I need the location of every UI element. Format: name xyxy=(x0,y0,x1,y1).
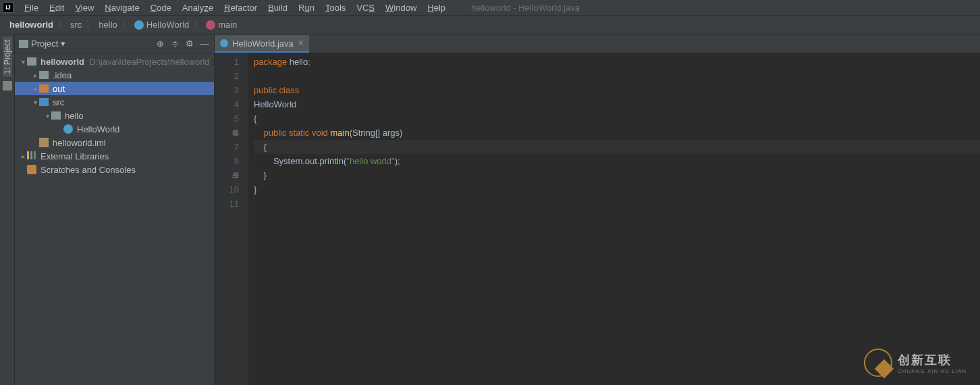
window-title: helloworld - HelloWorld.java xyxy=(471,3,580,13)
tree-iml[interactable]: helloworld.iml xyxy=(15,136,214,149)
folder-icon xyxy=(51,111,61,120)
tree-idea[interactable]: ▸.idea xyxy=(15,68,214,82)
tree-hello[interactable]: ▾hello xyxy=(15,109,214,122)
tab-label: HelloWorld.java xyxy=(232,38,294,49)
project-panel-title[interactable]: Project ▾ xyxy=(19,38,151,49)
crumb-project[interactable]: helloworld xyxy=(7,20,56,30)
project-tool-button[interactable]: 1: Project xyxy=(3,37,12,77)
class-icon xyxy=(63,124,73,134)
fold-icon[interactable]: ⊟ xyxy=(232,126,238,140)
editor-tabs: HelloWorld.java × xyxy=(215,34,980,53)
class-icon xyxy=(134,20,144,30)
menu-tools[interactable]: Tools xyxy=(320,1,351,15)
iml-file-icon xyxy=(39,138,49,147)
crumb-src[interactable]: src xyxy=(67,20,84,30)
menu-view[interactable]: View xyxy=(70,1,99,15)
folder-icon xyxy=(19,40,28,48)
menu-help[interactable]: Help xyxy=(422,1,451,15)
chevron-right-icon: 〉 xyxy=(86,19,94,31)
project-tree[interactable]: ▾helloworld D:\java\IdeaProjects\hellowo… xyxy=(15,53,214,385)
tree-ext-libs[interactable]: ▸External Libraries xyxy=(15,149,214,163)
scroll-from-source-icon[interactable]: ⊕ xyxy=(155,38,165,49)
menu-code[interactable]: Code xyxy=(145,1,177,15)
chevron-right-icon: 〉 xyxy=(193,19,202,31)
app-icon: IJ xyxy=(3,2,13,13)
left-toolbar: 1: Project xyxy=(0,34,15,385)
structure-icon[interactable] xyxy=(3,81,12,91)
fold-icon[interactable]: ⊟ xyxy=(232,168,238,182)
menu-run[interactable]: Run xyxy=(293,1,320,15)
menu-refactor[interactable]: Refactor xyxy=(219,1,263,15)
breadcrumb: helloworld 〉 src 〉 hello 〉 HelloWorld 〉 … xyxy=(0,16,980,34)
crumb-method[interactable]: main xyxy=(203,20,240,30)
code-content[interactable]: package hello; public class HelloWorld {… xyxy=(248,53,980,385)
folder-icon xyxy=(39,84,49,93)
menu-analyze[interactable]: Analyze xyxy=(177,1,219,15)
crumb-hello[interactable]: hello xyxy=(96,20,119,30)
folder-icon xyxy=(39,98,49,106)
menu-vcs[interactable]: VCS xyxy=(351,1,380,15)
tree-scratches[interactable]: Scratches and Consoles xyxy=(15,163,214,176)
scratch-icon xyxy=(27,165,36,174)
tree-root[interactable]: ▾helloworld D:\java\IdeaProjects\hellowo… xyxy=(15,55,214,68)
gear-icon[interactable]: ⚙ xyxy=(184,38,195,49)
chevron-right-icon: 〉 xyxy=(57,19,66,31)
crumb-class[interactable]: HelloWorld xyxy=(132,20,192,30)
gutter: 12345 6⊟ 78 9⊟ 1011 xyxy=(215,53,248,385)
watermark-icon xyxy=(864,349,892,377)
menu-bar: IJ File Edit View Navigate Code Analyze … xyxy=(0,0,980,16)
method-icon xyxy=(206,20,215,30)
menu-window[interactable]: Window xyxy=(380,1,422,15)
code-editor[interactable]: 12345 6⊟ 78 9⊟ 1011 package hello; publi… xyxy=(215,53,980,385)
class-icon xyxy=(220,39,228,47)
menu-edit[interactable]: Edit xyxy=(44,1,70,15)
menu-navigate[interactable]: Navigate xyxy=(99,1,144,15)
watermark-logo: 创新互联 CHUANG XIN HU LIAN xyxy=(864,349,967,377)
collapse-all-icon[interactable]: ≑ xyxy=(169,38,180,49)
folder-icon xyxy=(27,57,36,66)
menu-build[interactable]: Build xyxy=(263,1,293,15)
library-icon xyxy=(27,151,36,161)
menu-file[interactable]: File xyxy=(19,1,44,15)
folder-icon xyxy=(39,71,49,79)
tab-helloworld[interactable]: HelloWorld.java × xyxy=(215,35,309,53)
chevron-right-icon: 〉 xyxy=(121,19,130,31)
project-panel: Project ▾ ⊕ ≑ ⚙ — ▾helloworld D:\java\Id… xyxy=(15,34,215,385)
editor-area: HelloWorld.java × 12345 6⊟ 78 9⊟ 1011 pa… xyxy=(215,34,980,385)
tree-out[interactable]: ▸out xyxy=(15,82,214,95)
project-panel-header: Project ▾ ⊕ ≑ ⚙ — xyxy=(15,34,214,53)
close-tab-icon[interactable]: × xyxy=(298,38,304,49)
tree-helloworld-class[interactable]: HelloWorld xyxy=(15,122,214,136)
tree-src[interactable]: ▾src xyxy=(15,95,214,109)
hide-panel-icon[interactable]: — xyxy=(199,38,210,49)
